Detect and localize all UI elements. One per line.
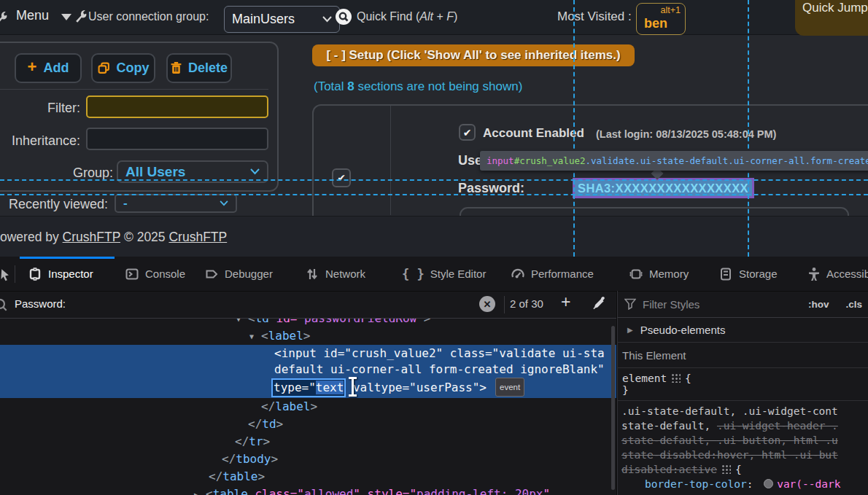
tab-style-editor[interactable]: { } Style Editor (402, 257, 486, 291)
hov-toggle[interactable]: :hov (808, 299, 829, 310)
event-badge[interactable]: event (495, 378, 524, 397)
markup-row[interactable]: </label> (0, 398, 616, 416)
quick-jump-panel[interactable]: Quick Jump (795, 0, 868, 36)
eyedropper-icon[interactable] (591, 296, 607, 312)
chevron-down-icon (250, 168, 260, 175)
add-button[interactable]: + Add (15, 53, 82, 83)
pseudo-elements-header[interactable]: ▶ Pseudo-elements (617, 318, 868, 343)
markup-scrollbar[interactable] (611, 326, 615, 490)
tab-inspector[interactable]: Inspector (28, 257, 93, 291)
inspector-icon (28, 267, 42, 281)
markup-row[interactable]: </tbody> (0, 451, 616, 468)
quick-find-label[interactable]: Quick Find (Alt + F) (357, 10, 457, 23)
quick-find-icon (335, 8, 352, 26)
box-model-guide-left (573, 0, 575, 257)
gauge-icon (511, 267, 525, 281)
expand-arrow-icon: ▶ (627, 326, 633, 334)
cls-toggle[interactable]: .cls (845, 299, 862, 310)
person-icon (807, 267, 821, 281)
markup-row[interactable]: ▶<table class="allowed" style="padding-l… (0, 486, 616, 495)
tab-memory[interactable]: Memory (629, 257, 689, 291)
input-tag-line1: <input id="crush_value2" class="validate… (0, 346, 616, 362)
rules-panel: Filter Styles :hov .cls ▶ Pseudo-element… (617, 291, 868, 495)
selected-node-row[interactable]: <input id="crush_value2" class="validate… (0, 345, 616, 398)
most-visited-label: Most Visited : (557, 9, 632, 24)
add-node-button[interactable]: + (561, 292, 570, 312)
element-inline-rule[interactable]: element{ } (617, 368, 868, 401)
inheritance-input[interactable] (86, 128, 268, 150)
wrench-icon[interactable] (73, 8, 89, 24)
expand-arrow-icon[interactable]: ▶ (194, 486, 198, 495)
quick-find-shortcut: Alt + F (419, 10, 454, 23)
search-icon-partial (0, 297, 9, 313)
last-login-label: (Last login: 08/13/2025 05:48:04 PM) (596, 128, 776, 140)
filter-input[interactable] (86, 96, 268, 118)
input-tag-line3: type="text valtype="userPass">event (0, 378, 616, 397)
rule-selector-line[interactable]: state-disabled:hover, html .ui-but (617, 448, 868, 462)
box-model-guide-bottom (0, 194, 868, 195)
tab-storage[interactable]: Storage (718, 257, 778, 291)
toolbar-separator (0, 89, 268, 90)
connection-group-select[interactable]: MainUsers (224, 6, 340, 33)
trash-icon (171, 62, 182, 74)
username-ben: ben (644, 16, 667, 31)
menu-caret-icon[interactable] (61, 14, 71, 20)
filter-styles-placeholder[interactable]: Filter Styles (643, 298, 802, 311)
tab-console[interactable]: Console (125, 257, 185, 291)
recently-viewed-select[interactable]: - (115, 194, 237, 213)
highlight-matches-icon[interactable] (671, 373, 681, 383)
markup-row[interactable]: ▼<td id="passwordFieldRow"> (0, 319, 616, 327)
delete-button[interactable]: Delete (166, 53, 232, 83)
chip-icon (629, 267, 643, 281)
rule-selector-line[interactable]: state-default, .ui-button, html .u (617, 433, 868, 448)
powered-by-text: owered by CrushFTP © 2025 CrushFTP (0, 230, 227, 245)
screenshot-root: Menu User connection group: MainUsers Qu… (0, 0, 868, 495)
devtools: Inspector Console Debugger Network { } S… (0, 257, 868, 495)
menu-button[interactable]: Menu (16, 8, 49, 23)
tab-accessibility[interactable]: Accessibility (807, 257, 868, 291)
recently-viewed-label: Recently viewed: (9, 197, 108, 212)
inheritance-label: Inheritance: (0, 133, 80, 149)
collapse-arrow-icon[interactable]: ▼ (236, 319, 241, 327)
rule-selector-line[interactable]: .ui-state-default, .ui-widget-cont (617, 404, 868, 418)
connection-group-value: MainUsers (232, 12, 295, 27)
crushftp-copyright-link[interactable]: CrushFTP (168, 230, 227, 244)
funnel-icon (624, 298, 636, 310)
setup-section-header[interactable]: [ - ] Setup (Click 'Show All' to see inh… (312, 44, 635, 66)
markup-rows-before: ▼<td id="passwordFieldRow">▼<label> (0, 319, 616, 345)
tab-network[interactable]: Network (305, 257, 365, 291)
account-enabled-checkbox[interactable]: ✔ (459, 124, 476, 141)
chevron-down-icon (322, 16, 332, 23)
crushftp-link[interactable]: CrushFTP (63, 230, 120, 244)
color-swatch[interactable] (764, 479, 773, 488)
markup-row[interactable]: ▼<label> (0, 327, 616, 345)
mouse-cursor-ibeam (348, 377, 358, 397)
tab-debugger[interactable]: Debugger (204, 257, 273, 291)
tab-performance[interactable]: Performance (511, 257, 594, 291)
css-declaration[interactable]: border-top-color: var(--dark (617, 477, 868, 491)
markup-row[interactable]: </tr> (0, 433, 616, 451)
rule-selector-line[interactable]: disabled:active{ (617, 462, 868, 477)
section-checkbox[interactable]: ✔ (332, 168, 351, 187)
chevron-down-icon (220, 200, 228, 206)
markup-row[interactable]: </table> (0, 468, 616, 486)
footer: owered by CrushFTP © 2025 CrushFTP (0, 216, 868, 257)
console-icon (125, 267, 139, 281)
highlight-matches-icon[interactable] (721, 464, 731, 474)
rule-selector-line[interactable]: state-default, .ui-widget-header . (617, 418, 868, 433)
input-tag-line2: default ui-corner-all form-created ignor… (0, 362, 616, 378)
most-visited-user-button[interactable]: alt+1 ben (636, 3, 686, 35)
copy-icon (98, 62, 110, 74)
clear-search-button[interactable]: ✕ (479, 296, 495, 312)
alt-shortcut-badge: alt+1 (661, 5, 681, 15)
css-rule-selectors[interactable]: .ui-state-default, .ui-widget-contstate-… (617, 401, 868, 477)
this-element-header: This Element (617, 343, 868, 368)
collapse-arrow-icon[interactable]: ▼ (249, 328, 254, 346)
markup-row[interactable]: </td> (0, 416, 616, 433)
copy-button[interactable]: Copy (91, 53, 155, 83)
user-connection-group-label: User connection group: (88, 10, 209, 23)
search-query[interactable]: Password: (15, 297, 66, 310)
attribute-editor[interactable]: type="text (271, 378, 346, 397)
node-picker-icon[interactable] (0, 266, 12, 282)
topbar: Menu User connection group: MainUsers Qu… (0, 0, 868, 35)
